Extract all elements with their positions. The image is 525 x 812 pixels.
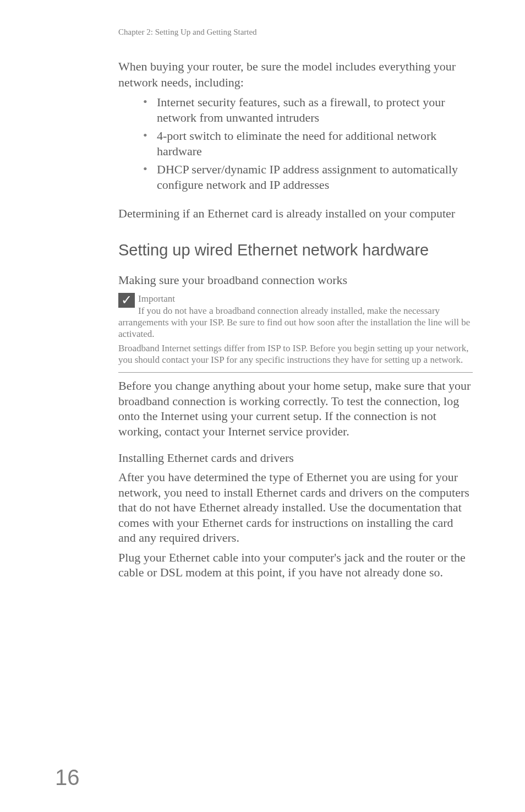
divider-line bbox=[118, 372, 473, 373]
page-number: 16 bbox=[55, 765, 80, 790]
bullet-marker: • bbox=[143, 128, 157, 159]
bullet-text: 4-port switch to eliminate the need for … bbox=[157, 128, 473, 159]
important-callout: ✓ Important If you do not have a broadba… bbox=[118, 293, 473, 366]
section-heading: Setting up wired Ethernet network hardwa… bbox=[118, 241, 473, 259]
body-paragraph: Before you change anything about your ho… bbox=[118, 378, 473, 439]
subheading-determining: Determining if an Ethernet card is alrea… bbox=[118, 206, 473, 222]
subsection-broadband: Making sure your broadband connection wo… bbox=[118, 273, 473, 287]
list-item: • Internet security features, such as a … bbox=[143, 95, 473, 125]
important-text-para2: Broadband Internet settings differ from … bbox=[118, 342, 473, 366]
important-text-line1: If you do not have a broadband connectio… bbox=[118, 306, 470, 340]
bullet-list: • Internet security features, such as a … bbox=[143, 95, 473, 192]
page-content: When buying your router, be sure the mod… bbox=[118, 59, 473, 580]
chapter-header: Chapter 2: Setting Up and Getting Starte… bbox=[118, 28, 473, 37]
subsection-installing: Installing Ethernet cards and drivers bbox=[118, 451, 473, 465]
bullet-text: Internet security features, such as a fi… bbox=[157, 95, 473, 125]
checkmark-icon: ✓ bbox=[118, 293, 135, 308]
bullet-marker: • bbox=[143, 162, 157, 192]
body-paragraph: After you have determined the type of Et… bbox=[118, 470, 473, 546]
body-paragraph: Plug your Ethernet cable into your compu… bbox=[118, 550, 473, 580]
intro-paragraph: When buying your router, be sure the mod… bbox=[118, 59, 473, 90]
bullet-text: DHCP server/dynamic IP address assignmen… bbox=[157, 162, 473, 192]
list-item: • DHCP server/dynamic IP address assignm… bbox=[143, 162, 473, 192]
bullet-marker: • bbox=[143, 95, 157, 125]
list-item: • 4-port switch to eliminate the need fo… bbox=[143, 128, 473, 159]
important-label: Important bbox=[138, 293, 473, 305]
